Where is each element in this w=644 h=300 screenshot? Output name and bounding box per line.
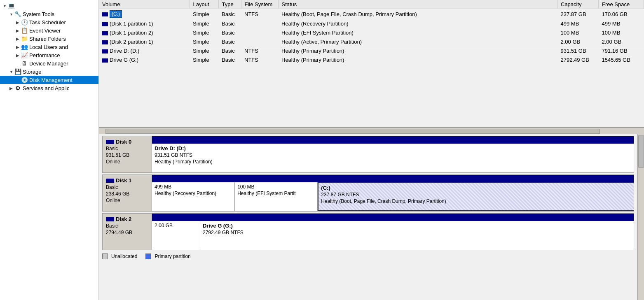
cell-type-2: Basic <box>218 28 241 37</box>
cell-layout-1: Simple <box>190 19 218 28</box>
disk-block-disk0: Disk 0Basic931.51 GBOnlineDrive D: (D:)9… <box>102 136 634 173</box>
vol-indicator-1 <box>102 22 108 26</box>
sidebar-label-storage: Storage <box>23 69 42 75</box>
cell-free_space-3: 2.00 GB <box>599 37 644 47</box>
table-row[interactable]: Drive G (G:)SimpleBasicNTFSHealthy (Prim… <box>99 56 644 65</box>
sidebar-label-event-viewer: Event Viewer <box>29 28 61 34</box>
sidebar-label-disk-management: Disk Management <box>29 77 73 83</box>
partition-d1p3[interactable]: (C:)237.87 GB NTFSHealthy (Boot, Page Fi… <box>318 182 634 211</box>
col-filesystem: File System <box>241 0 278 9</box>
sidebar-item-disk-management[interactable]: 💿Disk Management <box>0 76 98 84</box>
cell-volume-0: (C:) <box>99 9 190 19</box>
cell-free_space-0: 170.06 GB <box>599 9 644 19</box>
expand-icon-system-tools[interactable]: ▾ <box>8 12 14 16</box>
disk-status-disk0: Online <box>106 159 148 165</box>
scrollbar-thumb[interactable] <box>638 135 644 168</box>
sidebar-label-performance: Performance <box>29 52 60 58</box>
sidebar-root[interactable]: ▾ 💻 <box>0 2 98 10</box>
disk-top-bar-disk2 <box>152 214 634 221</box>
partition-d1p1[interactable]: 499 MBHealthy (Recovery Partition) <box>152 182 235 211</box>
vol-indicator-0 <box>102 12 108 16</box>
partition-d2p2[interactable]: Drive G (G:)2792.49 GB NTFS <box>200 221 634 250</box>
vertical-scrollbar[interactable] <box>637 134 644 300</box>
item-icon-shared-folders: 📁 <box>21 35 28 42</box>
cell-free_space-1: 499 MB <box>599 19 644 28</box>
disks-container: Disk 0Basic931.51 GBOnlineDrive D: (D:)9… <box>99 136 637 250</box>
cell-filesystem-2 <box>241 28 278 37</box>
sidebar-item-device-manager[interactable]: 🖥Device Manager <box>0 59 98 67</box>
sidebar-item-event-viewer[interactable]: ▶📋Event Viewer <box>0 26 98 35</box>
table-row[interactable]: (Disk 1 partition 1)SimpleBasicHealthy (… <box>99 19 644 28</box>
partition-d0p1[interactable]: Drive D: (D:)931.51 GB NTFSHealthy (Prim… <box>152 144 634 172</box>
sidebar-item-performance[interactable]: ▶📈Performance <box>0 51 98 59</box>
part-name-d0p1: Drive D: (D:) <box>155 145 631 151</box>
expand-icon-event-viewer[interactable]: ▶ <box>15 28 21 33</box>
cell-status-1: Healthy (Recovery Partition) <box>278 19 557 28</box>
unallocated-legend-box <box>102 253 108 259</box>
primary-legend-label: Primary partition <box>155 253 190 259</box>
disk-partitions-disk1: 499 MBHealthy (Recovery Partition)100 MB… <box>152 175 634 211</box>
sidebar-label-shared-folders: Shared Folders <box>29 36 66 42</box>
col-volume: Volume <box>99 0 190 9</box>
table-row[interactable]: (C:)SimpleBasicNTFSHealthy (Boot, Page F… <box>99 9 644 19</box>
cell-layout-5: Simple <box>190 56 218 65</box>
sidebar-label-local-users: Local Users and <box>29 44 68 50</box>
hscroll-thumb[interactable] <box>105 129 600 134</box>
item-icon-local-users: 👥 <box>21 44 28 50</box>
expand-icon-local-users[interactable]: ▶ <box>15 45 21 49</box>
table-row[interactable]: (Disk 2 partition 1)SimpleBasicHealthy (… <box>99 37 644 47</box>
cell-filesystem-1 <box>241 19 278 28</box>
part-detail1-d0p1: 931.51 GB NTFS <box>155 152 631 158</box>
horizontal-scrollbar[interactable] <box>99 128 644 134</box>
disk-type-disk0: Basic <box>106 146 148 151</box>
main-content-row: Disk 0Basic931.51 GBOnlineDrive D: (D:)9… <box>99 134 644 300</box>
sidebar-item-shared-folders[interactable]: ▶📁Shared Folders <box>0 35 98 43</box>
part-detail2-d1p1: Healthy (Recovery Partition) <box>155 191 232 196</box>
main-panel: Volume Layout Type File System Status Ca… <box>99 0 644 300</box>
disk-partitions-disk0: Drive D: (D:)931.51 GB NTFSHealthy (Prim… <box>152 136 634 172</box>
cell-type-3: Basic <box>218 37 241 47</box>
item-icon-services: ⚙ <box>14 85 21 91</box>
disk-label-disk1: Disk 1Basic238.46 GBOnline <box>103 175 152 211</box>
table-row[interactable]: Drive D: (D:)SimpleBasicNTFSHealthy (Pri… <box>99 47 644 56</box>
vol-indicator-4 <box>102 49 108 53</box>
cell-filesystem-0: NTFS <box>241 9 278 19</box>
part-detail1-d2p1: 2.00 GB <box>155 223 197 228</box>
c-drive-button[interactable]: (C:) <box>110 10 122 18</box>
volume-table-area: Volume Layout Type File System Status Ca… <box>99 0 644 128</box>
partition-d1p2[interactable]: 100 MBHealthy (EFI System Partit <box>235 182 318 211</box>
sidebar-item-local-users[interactable]: ▶👥Local Users and <box>0 43 98 51</box>
disk-view-area: Disk 0Basic931.51 GBOnlineDrive D: (D:)9… <box>99 134 637 300</box>
cell-capacity-3: 2.00 GB <box>557 37 599 47</box>
item-icon-disk-management: 💿 <box>21 77 28 83</box>
cell-status-2: Healthy (EFI System Partition) <box>278 28 557 37</box>
cell-layout-4: Simple <box>190 47 218 56</box>
disk-title-disk1: Disk 1 <box>106 177 148 184</box>
sidebar-item-system-tools[interactable]: ▾🔧System Tools <box>0 10 98 18</box>
expand-icon-task-scheduler[interactable]: ▶ <box>15 20 21 25</box>
col-layout: Layout <box>190 0 218 9</box>
disk-status-disk1: Online <box>106 198 148 203</box>
expand-icon-performance[interactable]: ▶ <box>15 53 21 58</box>
cell-free_space-4: 791.16 GB <box>599 47 644 56</box>
cell-filesystem-3 <box>241 37 278 47</box>
sidebar: ▾ 💻 ▾🔧System Tools▶🕐Task Scheduler▶📋Even… <box>0 0 99 300</box>
disk-top-bar-disk1 <box>152 175 634 182</box>
expand-icon-storage[interactable]: ▾ <box>8 70 14 74</box>
cell-layout-2: Simple <box>190 28 218 37</box>
sidebar-item-storage[interactable]: ▾💾Storage <box>0 67 98 76</box>
table-row[interactable]: (Disk 1 partition 2)SimpleBasicHealthy (… <box>99 28 644 37</box>
sidebar-label-device-manager: Device Manager <box>29 60 68 67</box>
cell-status-0: Healthy (Boot, Page File, Crash Dump, Pr… <box>278 9 557 19</box>
cell-filesystem-5: NTFS <box>241 56 278 65</box>
expand-icon-shared-folders[interactable]: ▶ <box>15 37 21 41</box>
unallocated-legend-label: Unallocated <box>111 253 137 259</box>
sidebar-item-task-scheduler[interactable]: ▶🕐Task Scheduler <box>0 18 98 26</box>
expand-icon-services[interactable]: ▶ <box>8 86 14 91</box>
item-icon-system-tools: 🔧 <box>14 11 21 17</box>
cell-capacity-1: 499 MB <box>557 19 599 28</box>
cell-capacity-0: 237.87 GB <box>557 9 599 19</box>
table-header: Volume Layout Type File System Status Ca… <box>99 0 644 9</box>
partition-d2p1[interactable]: 2.00 GB <box>152 221 200 250</box>
sidebar-item-services[interactable]: ▶⚙Services and Applic <box>0 84 98 92</box>
